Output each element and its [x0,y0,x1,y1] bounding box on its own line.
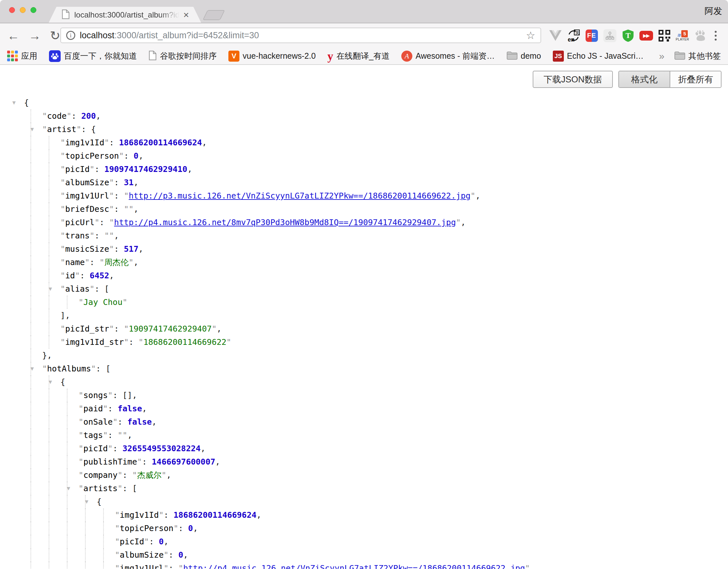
url-path: :3000/artist_album?id=6452&limit=30 [115,30,259,40]
json-line: "publishTime": 1466697600007, [0,455,728,468]
json-line: "songs": [], [0,389,728,402]
minimize-window-button[interactable] [20,7,26,13]
extension-icons: en英FET▶▶≋5PLAYER [548,23,708,48]
json-url-link[interactable]: http://p3.music.126.net/VnZiScyynLG7atLI… [129,191,471,200]
collapse-triangle-icon[interactable]: ▼ [85,495,88,508]
view-mode-segmented-control: 格式化 折叠所有 [618,71,722,88]
zoom-window-button[interactable] [30,7,36,13]
page-icon [149,51,157,62]
download-json-button[interactable]: 下载JSON数据 [533,71,613,88]
collapse-triangle-icon[interactable]: ▼ [30,362,34,375]
fe-icon[interactable]: FE [584,28,599,43]
bookmark-item[interactable]: 谷歌按时间排序 [149,51,217,62]
json-line: "img1v1Id": 18686200114669624, [0,136,728,149]
paw-icon[interactable] [693,28,708,43]
apps-grid-icon [7,51,18,61]
collapse-triangle-icon[interactable]: ▼ [30,123,34,136]
json-line: "company": "杰威尔", [0,468,728,482]
json-line: "code": 200, [0,109,728,123]
qrcode-icon[interactable] [657,28,672,43]
translate-icon[interactable]: en英 [566,28,581,43]
json-line: "img1v1Url": "http://p4.music.126.net/Vn… [0,562,728,569]
bookmark-item[interactable]: 百度一下，你就知道 [49,50,137,62]
json-line: "topicPerson": 0, [0,149,728,163]
bookmark-item[interactable]: JSEcho JS - JavaScri… [553,51,644,62]
json-line: "tags": "", [0,429,728,442]
json-url-link[interactable]: http://p4.music.126.net/8mv7qP30Pd3oHW8b… [114,218,456,227]
json-tree: ▼{"code": 200,▼"artist": {"img1v1Id": 18… [0,96,728,569]
bookmark-item[interactable]: y在线翻译_有道 [327,50,390,62]
json-line: "onSale": false, [0,415,728,429]
bookmark-item[interactable]: Vvue-hackernews-2.0 [228,51,316,62]
close-window-button[interactable] [9,7,15,13]
svg-text:英: 英 [575,30,579,35]
sitemap-icon[interactable] [602,28,617,43]
collapse-all-button[interactable]: 折叠所有 [670,71,721,87]
toolbar: ← → ↻ i localhost:3000/artist_album?id=6… [0,23,728,48]
h5player-icon[interactable]: ≋5PLAYER [675,28,690,43]
vue-favicon: V [228,51,239,62]
json-line: "picId": 0, [0,535,728,548]
tampermonkey-icon[interactable]: T [620,28,636,43]
json-line: "paid": false, [0,402,728,415]
address-bar[interactable]: i localhost:3000/artist_album?id=6452&li… [60,28,541,43]
json-line: "picId": 19097417462929410, [0,163,728,176]
json-line: ▼"artist": { [0,123,728,136]
json-line: "img1v1Id_str": "18686200114669622" [0,335,728,349]
json-line: ▼"artists": [ [0,482,728,495]
echojs-icon: JS [553,51,564,62]
forward-button[interactable]: → [29,30,41,42]
json-line: ▼"hotAlbums": [ [0,362,728,375]
json-line: ▼{ [0,96,728,109]
url-text[interactable]: localhost:3000/artist_album?id=6452&limi… [80,30,526,41]
json-line: ▼{ [0,375,728,389]
collapse-triangle-icon[interactable]: ▼ [67,482,70,495]
other-bookmarks-folder[interactable]: 其他书签 [674,51,721,61]
tab-strip: localhost:3000/artist_album?id × 阿发 [0,0,728,23]
json-line: "albumSize": 31, [0,176,728,189]
json-line: ], [0,309,728,322]
json-line: "img1v1Id": 18686200114669624, [0,508,728,522]
vue-icon[interactable] [548,28,563,43]
json-line: "Jay Chou" [0,296,728,309]
back-button[interactable]: ← [7,30,19,42]
collapse-triangle-icon[interactable]: ▼ [12,96,16,109]
baidu-paw-icon [49,50,61,62]
json-line: ▼{ [0,495,728,508]
svg-text:T: T [625,31,631,40]
reload-button[interactable]: ↻ [50,30,60,42]
json-line: "musicSize": 517, [0,242,728,256]
bookmark-item[interactable]: demo [506,51,541,61]
awesomes-icon: A [401,51,412,62]
browser-window: localhost:3000/artist_album?id × 阿发 ← → … [0,0,728,569]
site-info-icon[interactable]: i [66,31,75,40]
json-line: ▼"alias": [ [0,282,728,296]
tab-favicon-page-icon [62,9,70,20]
collapse-triangle-icon[interactable]: ▼ [49,282,52,296]
bookmark-item[interactable]: AAwesomes - 前端资… [401,51,495,62]
bookmark-star-icon[interactable]: ☆ [526,29,535,42]
chrome-menu-icon[interactable] [710,30,721,41]
json-line: "picUrl": "http://p4.music.126.net/8mv7q… [0,216,728,229]
fastforward-icon[interactable]: ▶▶ [638,28,654,43]
bookmarks-overflow-chevron-icon[interactable]: » [659,51,664,62]
tab-close-icon[interactable]: × [183,10,189,20]
json-line: "img1v1Url": "http://p3.music.126.net/Vn… [0,189,728,202]
bookmark-item[interactable]: 应用 [7,51,37,61]
collapse-triangle-icon[interactable]: ▼ [49,375,52,389]
json-line: }, [0,349,728,362]
json-viewer-page: 下载JSON数据 格式化 折叠所有 ▼{"code": 200,▼"artist… [0,65,728,569]
format-button[interactable]: 格式化 [619,71,670,87]
json-line: "albumSize": 0, [0,548,728,562]
profile-name[interactable]: 阿发 [705,5,722,17]
youdao-icon: y [327,50,333,62]
json-line: "id": 6452, [0,269,728,282]
json-line: "trans": "", [0,229,728,242]
folder-icon [674,51,685,61]
active-tab[interactable]: localhost:3000/artist_album?id × [49,7,201,23]
window-controls [9,7,36,13]
svg-text:en: en [568,36,575,42]
json-url-link[interactable]: http://p4.music.126.net/VnZiScyynLG7atLI… [183,563,525,569]
json-line: "picId": 3265549553028224, [0,442,728,455]
new-tab-button[interactable] [202,10,225,20]
